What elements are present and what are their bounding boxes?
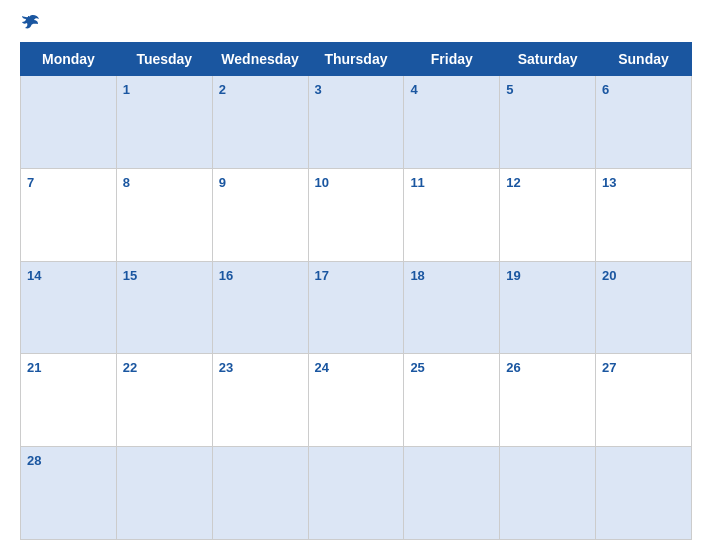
weekday-header-wednesday: Wednesday — [212, 43, 308, 76]
calendar-day-cell: 8 — [116, 168, 212, 261]
day-number: 26 — [506, 360, 520, 375]
calendar-day-cell — [212, 447, 308, 540]
calendar-week-row: 28 — [21, 447, 692, 540]
day-number: 18 — [410, 268, 424, 283]
calendar-day-cell: 14 — [21, 261, 117, 354]
calendar-day-cell: 17 — [308, 261, 404, 354]
calendar-week-row: 14151617181920 — [21, 261, 692, 354]
weekday-header-row: MondayTuesdayWednesdayThursdayFridaySatu… — [21, 43, 692, 76]
day-number: 20 — [602, 268, 616, 283]
calendar-day-cell: 26 — [500, 354, 596, 447]
calendar-day-cell: 3 — [308, 76, 404, 169]
calendar-day-cell — [500, 447, 596, 540]
logo — [20, 14, 42, 30]
day-number: 22 — [123, 360, 137, 375]
day-number: 12 — [506, 175, 520, 190]
weekday-header-thursday: Thursday — [308, 43, 404, 76]
calendar-table: MondayTuesdayWednesdayThursdayFridaySatu… — [20, 42, 692, 540]
day-number: 3 — [315, 82, 322, 97]
calendar-day-cell: 12 — [500, 168, 596, 261]
day-number: 16 — [219, 268, 233, 283]
calendar-day-cell: 24 — [308, 354, 404, 447]
calendar-day-cell — [116, 447, 212, 540]
calendar-day-cell: 22 — [116, 354, 212, 447]
calendar-week-row: 21222324252627 — [21, 354, 692, 447]
day-number: 23 — [219, 360, 233, 375]
day-number: 24 — [315, 360, 329, 375]
day-number: 28 — [27, 453, 41, 468]
weekday-header-saturday: Saturday — [500, 43, 596, 76]
calendar-day-cell: 6 — [596, 76, 692, 169]
calendar-day-cell: 10 — [308, 168, 404, 261]
day-number: 10 — [315, 175, 329, 190]
calendar-day-cell: 13 — [596, 168, 692, 261]
weekday-header-friday: Friday — [404, 43, 500, 76]
calendar-week-row: 78910111213 — [21, 168, 692, 261]
day-number: 13 — [602, 175, 616, 190]
weekday-header-monday: Monday — [21, 43, 117, 76]
calendar-day-cell — [596, 447, 692, 540]
day-number: 5 — [506, 82, 513, 97]
calendar-day-cell: 4 — [404, 76, 500, 169]
day-number: 7 — [27, 175, 34, 190]
calendar-day-cell — [21, 76, 117, 169]
calendar-day-cell: 1 — [116, 76, 212, 169]
calendar-day-cell: 28 — [21, 447, 117, 540]
calendar-day-cell: 5 — [500, 76, 596, 169]
calendar-day-cell: 18 — [404, 261, 500, 354]
day-number: 21 — [27, 360, 41, 375]
calendar-day-cell: 20 — [596, 261, 692, 354]
calendar-day-cell: 21 — [21, 354, 117, 447]
calendar-day-cell — [308, 447, 404, 540]
day-number: 14 — [27, 268, 41, 283]
calendar-day-cell: 19 — [500, 261, 596, 354]
calendar-day-cell: 11 — [404, 168, 500, 261]
weekday-header-sunday: Sunday — [596, 43, 692, 76]
day-number: 6 — [602, 82, 609, 97]
calendar-day-cell: 9 — [212, 168, 308, 261]
day-number: 27 — [602, 360, 616, 375]
calendar-day-cell: 23 — [212, 354, 308, 447]
calendar-day-cell: 25 — [404, 354, 500, 447]
logo-blue-text — [20, 14, 42, 30]
calendar-day-cell: 15 — [116, 261, 212, 354]
weekday-header-tuesday: Tuesday — [116, 43, 212, 76]
calendar-day-cell — [404, 447, 500, 540]
logo-bird-icon — [20, 14, 40, 30]
day-number: 2 — [219, 82, 226, 97]
calendar-week-row: 123456 — [21, 76, 692, 169]
day-number: 25 — [410, 360, 424, 375]
day-number: 9 — [219, 175, 226, 190]
calendar-day-cell: 7 — [21, 168, 117, 261]
calendar-day-cell: 27 — [596, 354, 692, 447]
day-number: 1 — [123, 82, 130, 97]
calendar-header — [20, 10, 692, 34]
day-number: 17 — [315, 268, 329, 283]
day-number: 15 — [123, 268, 137, 283]
calendar-day-cell: 16 — [212, 261, 308, 354]
day-number: 11 — [410, 175, 424, 190]
day-number: 19 — [506, 268, 520, 283]
day-number: 8 — [123, 175, 130, 190]
day-number: 4 — [410, 82, 417, 97]
calendar-day-cell: 2 — [212, 76, 308, 169]
